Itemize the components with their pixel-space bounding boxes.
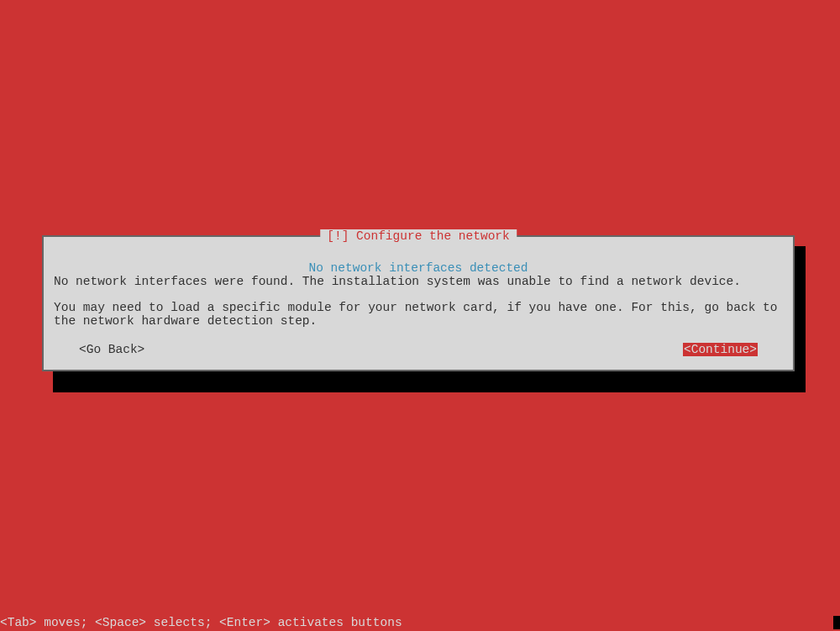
dialog-title: [!] Configure the network	[320, 229, 517, 243]
dialog-message2: You may need to load a specific module f…	[54, 301, 783, 328]
go-back-button[interactable]: <Go Back>	[79, 343, 144, 356]
status-bar-text: <Tab> moves; <Space> selects; <Enter> ac…	[0, 616, 402, 629]
dialog-message1: No network interfaces were found. The in…	[54, 275, 783, 288]
dialog-box: [!] Configure the network No network int…	[42, 235, 795, 371]
status-bar: <Tab> moves; <Space> selects; <Enter> ac…	[0, 616, 840, 629]
continue-button[interactable]: <Continue>	[683, 343, 758, 356]
dialog-subtitle: No network interfaces detected	[308, 261, 528, 275]
status-bar-cursor	[833, 616, 840, 629]
